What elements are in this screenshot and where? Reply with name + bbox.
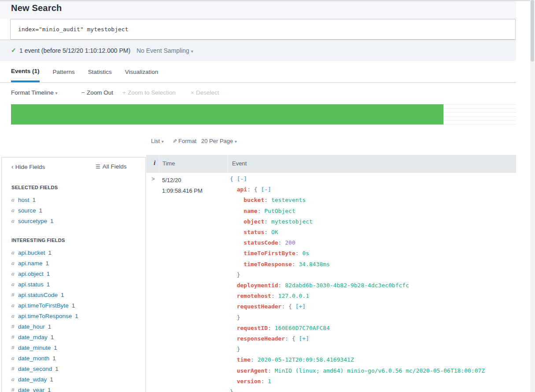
per-page-dropdown[interactable]: 20 Per Page ▾	[201, 138, 237, 144]
field-name[interactable]: api.status	[18, 281, 44, 288]
events-table-header: i Time Event	[146, 155, 516, 173]
hide-fields-button[interactable]: ‹Hide Fields	[11, 163, 45, 170]
field-name[interactable]: api.name	[18, 260, 43, 267]
chevron-down-icon: ▾	[235, 139, 237, 144]
zoom-to-selection-button[interactable]: +Zoom to Selection	[122, 89, 176, 96]
field-name[interactable]: source	[18, 207, 36, 214]
json-key: bucket	[230, 197, 264, 203]
json-key: requestHeader	[230, 303, 281, 310]
json-string-value: 2020-05-12T20:09:58.4169341Z	[258, 356, 354, 363]
field-item-host[interactable]: ahost1	[11, 194, 139, 205]
deselect-button[interactable]: ×Deselect	[191, 89, 219, 96]
text-field-type-icon: a	[11, 249, 18, 256]
field-item-api.timeToResponse[interactable]: aapi.timeToResponse1	[11, 311, 139, 321]
field-name[interactable]: api.bucket	[18, 249, 45, 256]
field-item-sourcetype[interactable]: asourcetype1	[11, 216, 139, 226]
minus-icon: −	[81, 89, 85, 96]
field-name[interactable]: date_hour	[18, 323, 45, 330]
field-item-date_wday[interactable]: adate_wday1	[11, 374, 139, 385]
event-column-header: Event	[232, 160, 247, 167]
json-string-value: 82dabd6b-3030-4b82-9b28-4dc3ec0bfcfc	[285, 282, 409, 289]
json-punctuation: :	[295, 250, 303, 256]
field-value-count: 1	[52, 355, 56, 362]
field-item-date_minute[interactable]: #date_minute1	[11, 342, 139, 353]
search-input[interactable]: index="minio_audit" mytestobject	[11, 26, 128, 33]
json-punctuation: }	[230, 314, 240, 321]
json-string-value: 34.8438ms	[299, 261, 330, 267]
field-item-date_month[interactable]: adate_month1	[11, 353, 139, 363]
format-button[interactable]: ✎Format	[173, 138, 196, 144]
field-name[interactable]: date_minute	[18, 344, 51, 351]
tab-patterns[interactable]: Patterns	[53, 61, 75, 82]
field-value-count: 1	[33, 197, 36, 203]
json-line: responseHeader: { [+]	[230, 333, 485, 344]
numeric-field-type-icon: #	[11, 291, 18, 298]
json-key: time	[230, 356, 251, 363]
field-name[interactable]: api.timeToResponse	[18, 313, 72, 319]
json-key: responseHeader	[230, 335, 285, 342]
field-name[interactable]: date_year	[18, 387, 44, 392]
json-punctuation: :	[258, 208, 265, 214]
timeline-bar[interactable]	[11, 104, 443, 125]
event-expand-chevron-icon[interactable]: >	[151, 176, 155, 182]
json-line: userAgent: MinIO (linux; amd64) minio-go…	[230, 366, 485, 376]
json-key: name	[230, 208, 258, 214]
text-field-type-icon: a	[11, 355, 18, 362]
field-item-api.statusCode[interactable]: #api.statusCode1	[11, 289, 139, 300]
field-name[interactable]: api.object	[18, 271, 44, 277]
tab-statistics[interactable]: Statistics	[88, 61, 112, 82]
field-name[interactable]: api.statusCode	[18, 292, 58, 298]
search-bar[interactable]: index="minio_audit" mytestobject	[10, 19, 516, 40]
field-item-api.bucket[interactable]: aapi.bucket1	[11, 247, 139, 258]
tab-visualization[interactable]: Visualization	[125, 61, 159, 82]
json-key: timeToFirstByte	[230, 250, 295, 256]
zoom-out-label: Zoom Out	[87, 89, 113, 96]
success-check-icon: ✓	[11, 47, 16, 54]
page-scrollbar[interactable]	[530, 0, 535, 392]
text-field-type-icon: a	[11, 312, 18, 319]
chevron-down-icon: ▾	[191, 49, 193, 54]
json-expand-toggle[interactable]: [+]	[295, 303, 306, 310]
zoom-out-button[interactable]: −Zoom Out	[81, 89, 113, 96]
field-item-source[interactable]: asource1	[11, 205, 139, 216]
all-fields-button[interactable]: ☰All Fields	[96, 163, 127, 170]
json-punctuation: {	[230, 176, 237, 182]
field-name[interactable]: api.timeToFirstByte	[18, 302, 69, 309]
field-value-count: 1	[51, 334, 54, 341]
event-timeline-chart[interactable]	[11, 104, 516, 125]
tab-events[interactable]: Events (1)	[11, 61, 40, 82]
json-expand-toggle[interactable]: [+]	[299, 335, 309, 342]
field-name[interactable]: date_mday	[18, 334, 48, 341]
json-key: userAgent	[230, 367, 268, 374]
json-line: time: 2020-05-12T20:09:58.4169341Z	[230, 355, 485, 365]
field-item-api.name[interactable]: aapi.name1	[11, 258, 139, 268]
json-number-value: 200	[285, 239, 295, 246]
scrollbar-thumb[interactable]	[531, 0, 534, 62]
zoom-to-selection-label: Zoom to Selection	[128, 89, 176, 96]
field-name[interactable]: date_wday	[18, 376, 47, 383]
field-item-api.timeToFirstByte[interactable]: aapi.timeToFirstByte1	[11, 300, 139, 311]
field-item-api.object[interactable]: aapi.object1	[11, 268, 139, 279]
list-view-dropdown[interactable]: List ▾	[151, 138, 164, 144]
field-name[interactable]: date_month	[18, 355, 49, 362]
field-name[interactable]: host	[18, 197, 30, 203]
json-key: status	[230, 229, 264, 235]
interesting-fields-list: aapi.bucket1aapi.name1aapi.object1aapi.s…	[11, 247, 139, 392]
json-expand-toggle[interactable]: [-]	[261, 186, 271, 193]
field-item-date_hour[interactable]: #date_hour1	[11, 321, 139, 332]
json-string-value: testevents	[271, 197, 306, 203]
field-item-date_mday[interactable]: #date_mday1	[11, 332, 139, 342]
event-sampling-dropdown[interactable]: No Event Sampling ▾	[137, 47, 193, 54]
field-name[interactable]: sourcetype	[18, 218, 47, 224]
field-item-date_year[interactable]: #date_year1	[11, 385, 139, 392]
field-item-date_second[interactable]: #date_second1	[11, 363, 139, 374]
json-expand-toggle[interactable]: [-]	[237, 176, 247, 182]
format-timeline-dropdown[interactable]: Format Timeline ▾	[11, 89, 58, 96]
text-field-type-icon: a	[11, 217, 18, 224]
json-string-value: OK	[271, 229, 278, 235]
field-value-count: 1	[54, 344, 57, 351]
time-column-header: Time	[162, 160, 175, 167]
field-name[interactable]: date_second	[18, 366, 52, 372]
field-item-api.status[interactable]: aapi.status1	[11, 279, 139, 289]
json-punctuation: }	[230, 346, 240, 352]
